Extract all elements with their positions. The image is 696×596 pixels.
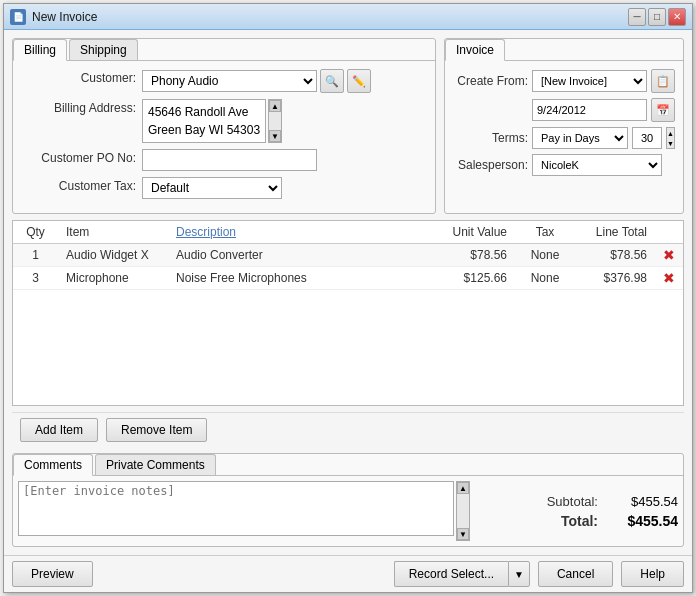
scroll-up[interactable]: ▲ [269, 100, 281, 112]
tab-private-comments[interactable]: Private Comments [95, 454, 216, 475]
cell-tax-1: None [515, 244, 575, 267]
salesperson-select[interactable]: NicoleK [532, 154, 662, 176]
date-input[interactable]: 9/24/2012 [532, 99, 647, 121]
scroll-down[interactable]: ▼ [269, 130, 281, 142]
spinner-down[interactable]: ▼ [667, 138, 674, 148]
tax-row: Customer Tax: Default [21, 177, 427, 199]
col-description[interactable]: Description [168, 221, 368, 244]
billing-address: 45646 Randoll Ave Green Bay WI 54303 [142, 99, 266, 143]
col-item[interactable]: Item [58, 221, 168, 244]
salesperson-label: Salesperson: [453, 158, 528, 172]
billing-panel: Billing Shipping Customer: Phony Audio 🔍… [12, 38, 436, 214]
preview-button[interactable]: Preview [12, 561, 93, 587]
po-input[interactable] [142, 149, 317, 171]
col-tax[interactable]: Tax [515, 221, 575, 244]
maximize-button[interactable]: □ [648, 8, 666, 26]
table-header-row: Qty Item Description Unit Value Tax Line… [13, 221, 683, 244]
address-row: Billing Address: 45646 Randoll Ave Green… [21, 99, 427, 143]
help-button[interactable]: Help [621, 561, 684, 587]
customer-edit-button[interactable]: ✏️ [347, 69, 371, 93]
subtotal-label: Subtotal: [547, 494, 598, 509]
calendar-button[interactable]: 📅 [651, 98, 675, 122]
date-row: 9/24/2012 📅 [453, 98, 675, 122]
customer-search-button[interactable]: 🔍 [320, 69, 344, 93]
tax-label: Customer Tax: [21, 177, 136, 193]
cell-delete-1[interactable]: ✖ [655, 244, 683, 267]
create-from-label: Create From: [453, 74, 528, 88]
footer-buttons: Preview Record Select... ▼ Cancel Help [4, 555, 692, 592]
cell-delete-2[interactable]: ✖ [655, 267, 683, 290]
table-row: 1 Audio Widget X Audio Converter $78.56 … [13, 244, 683, 267]
comments-textarea[interactable] [18, 481, 454, 536]
cell-item-1: Audio Widget X [58, 244, 168, 267]
delete-row-1-icon[interactable]: ✖ [663, 247, 675, 263]
terms-label: Terms: [453, 131, 528, 145]
new-invoice-window: 📄 New Invoice ─ □ ✕ Billing Shipping Cus… [3, 3, 693, 593]
col-line-total[interactable]: Line Total [575, 221, 655, 244]
table-row: 3 Microphone Noise Free Microphones $125… [13, 267, 683, 290]
customer-label: Customer: [21, 69, 136, 85]
delete-row-2-icon[interactable]: ✖ [663, 270, 675, 286]
col-unit-value[interactable]: Unit Value [368, 221, 515, 244]
window-icon: 📄 [10, 9, 26, 25]
salesperson-row: Salesperson: NicoleK [453, 154, 675, 176]
po-row: Customer PO No: [21, 149, 427, 171]
scroll-up[interactable]: ▲ [457, 482, 469, 494]
cell-qty-1: 1 [13, 244, 58, 267]
close-button[interactable]: ✕ [668, 8, 686, 26]
address-label: Billing Address: [21, 99, 136, 115]
tab-invoice[interactable]: Invoice [445, 39, 505, 61]
total-label: Total: [561, 513, 598, 529]
cell-unitval-2: $125.66 [368, 267, 515, 290]
tab-shipping[interactable]: Shipping [69, 39, 138, 60]
billing-tab-bar: Billing Shipping [13, 39, 435, 61]
total-value: $455.54 [608, 513, 678, 529]
po-label: Customer PO No: [21, 149, 136, 165]
comments-section: Comments Private Comments ▲ ▼ Subtotal: … [12, 453, 684, 547]
remove-item-button[interactable]: Remove Item [106, 418, 207, 442]
record-select-wrapper: Record Select... ▼ [394, 561, 530, 587]
tax-select[interactable]: Default [142, 177, 282, 199]
cell-desc-2: Noise Free Microphones [168, 267, 368, 290]
minimize-button[interactable]: ─ [628, 8, 646, 26]
comments-tab-bar: Comments Private Comments [13, 454, 683, 476]
add-item-button[interactable]: Add Item [20, 418, 98, 442]
create-from-select[interactable]: [New Invoice] [532, 70, 647, 92]
cell-linetotal-1: $78.56 [575, 244, 655, 267]
cell-unitval-1: $78.56 [368, 244, 515, 267]
spinner-up[interactable]: ▲ [667, 128, 674, 138]
tab-billing[interactable]: Billing [13, 39, 67, 61]
terms-spinner[interactable]: ▲ ▼ [666, 127, 675, 149]
total-row: Total: $455.54 [478, 513, 678, 529]
item-buttons-bar: Add Item Remove Item [12, 412, 684, 447]
create-from-icon-button[interactable]: 📋 [651, 69, 675, 93]
totals-area: Subtotal: $455.54 Total: $455.54 [478, 481, 678, 541]
record-select-button[interactable]: Record Select... [394, 561, 508, 587]
record-select-dropdown-button[interactable]: ▼ [508, 561, 530, 587]
invoice-tab-bar: Invoice [445, 39, 683, 61]
customer-row: Customer: Phony Audio 🔍 ✏️ [21, 69, 427, 93]
col-delete [655, 221, 683, 244]
content-area: Billing Shipping Customer: Phony Audio 🔍… [4, 30, 692, 555]
comments-scrollbar[interactable]: ▲ ▼ [456, 481, 470, 541]
terms-days-input[interactable]: 30 [632, 127, 662, 149]
create-from-row: Create From: [New Invoice] 📋 [453, 69, 675, 93]
terms-row: Terms: Pay in Days 30 ▲ ▼ [453, 127, 675, 149]
subtotal-value: $455.54 [608, 494, 678, 509]
cell-linetotal-2: $376.98 [575, 267, 655, 290]
col-qty[interactable]: Qty [13, 221, 58, 244]
cell-tax-2: None [515, 267, 575, 290]
scroll-down[interactable]: ▼ [457, 528, 469, 540]
cell-desc-1: Audio Converter [168, 244, 368, 267]
cell-item-2: Microphone [58, 267, 168, 290]
cancel-button[interactable]: Cancel [538, 561, 613, 587]
line-items-table: Qty Item Description Unit Value Tax Line… [13, 221, 683, 290]
customer-select[interactable]: Phony Audio [142, 70, 317, 92]
title-bar: 📄 New Invoice ─ □ ✕ [4, 4, 692, 30]
tab-comments[interactable]: Comments [13, 454, 93, 476]
comments-text-area: ▲ ▼ [18, 481, 470, 541]
top-section: Billing Shipping Customer: Phony Audio 🔍… [12, 38, 684, 214]
line-items-table-section: Qty Item Description Unit Value Tax Line… [12, 220, 684, 406]
terms-select[interactable]: Pay in Days [532, 127, 628, 149]
address-scrollbar[interactable]: ▲ ▼ [268, 99, 282, 143]
